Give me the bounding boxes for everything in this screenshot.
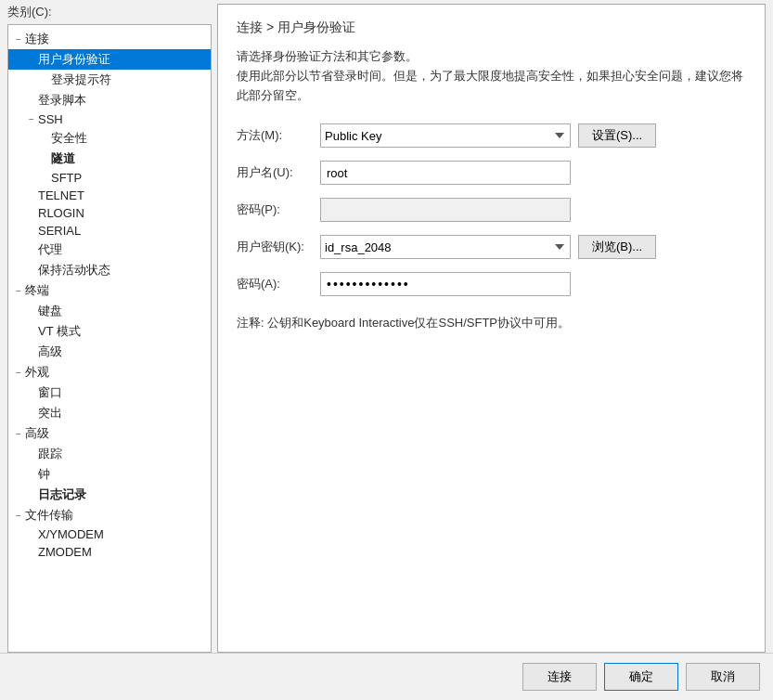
user-key-select[interactable]: id_rsa_2048id_rsaid_dsa <box>320 235 571 259</box>
tree-item-login-prompt[interactable]: 登录提示符 <box>8 70 211 90</box>
tree-expand-icon[interactable]: − <box>12 509 25 522</box>
cancel-button[interactable]: 取消 <box>686 663 760 691</box>
category-label: 类别(C): <box>7 4 212 20</box>
browse-button[interactable]: 浏览(B)... <box>578 235 656 259</box>
tree-item-label: SSH <box>38 112 63 126</box>
tree-item-label: 高级 <box>25 425 49 442</box>
tree-item-label: 登录脚本 <box>38 92 86 109</box>
tree-item-keyboard[interactable]: 键盘 <box>8 301 211 321</box>
tree-item-label: 隧道 <box>51 150 75 167</box>
tree-item-label: 文件传输 <box>25 507 73 524</box>
tree-item-label: 登录提示符 <box>51 71 111 88</box>
tree-expand-spacer <box>25 207 38 220</box>
tree-item-label: SERIAL <box>38 224 81 238</box>
user-key-control-wrap: id_rsa_2048id_rsaid_dsa 浏览(B)... <box>320 235 656 259</box>
tree-item-label: 钟 <box>38 466 50 483</box>
tree-item-zmodem[interactable]: ZMODEM <box>8 543 211 561</box>
method-control-wrap: Public KeyPasswordKeyboard InteractiveGS… <box>320 123 656 148</box>
settings-button[interactable]: 设置(S)... <box>578 123 656 148</box>
tree-item-proxy[interactable]: 代理 <box>8 240 211 260</box>
tree-item-connection[interactable]: −连接 <box>8 29 211 49</box>
tree-expand-spacer <box>25 325 38 338</box>
tree-item-serial[interactable]: SERIAL <box>8 222 211 240</box>
tree-item-telnet[interactable]: TELNET <box>8 187 211 204</box>
tree-expand-spacer <box>25 386 38 399</box>
tree-expand-spacer <box>25 447 38 460</box>
tree-expand-spacer <box>25 264 38 277</box>
tree-item-terminal[interactable]: −终端 <box>8 280 211 301</box>
tree-item-xymodem[interactable]: X/YMODEM <box>8 525 211 543</box>
tree-item-login-script[interactable]: 登录脚本 <box>8 90 211 110</box>
tree-item-advanced2[interactable]: −高级 <box>8 423 211 444</box>
tree-item-sftp[interactable]: SFTP <box>8 169 211 187</box>
connect-button[interactable]: 连接 <box>522 663 597 691</box>
tree-item-label: 终端 <box>25 282 49 299</box>
tree-expand-spacer <box>25 94 38 107</box>
tree-item-label: 突出 <box>38 405 62 421</box>
tree-item-vt-mode[interactable]: VT 模式 <box>8 321 211 342</box>
tree-item-label: 日志记录 <box>38 486 86 503</box>
tree-item-user-auth[interactable]: 用户身份验证 <box>8 49 211 70</box>
user-key-label: 用户密钥(K): <box>237 239 320 255</box>
tree-item-appearance[interactable]: −外观 <box>8 362 211 382</box>
tree-container: −连接用户身份验证登录提示符登录脚本−SSH安全性隧道SFTPTELNETRLO… <box>7 24 212 653</box>
note-text: 注释: 公钥和Keyboard Interactive仅在SSH/SFTP协议中… <box>237 315 746 331</box>
tree-item-bell[interactable]: 钟 <box>8 464 211 485</box>
tree-expand-spacer <box>25 189 38 202</box>
password-input <box>320 198 571 222</box>
tree-item-security[interactable]: 安全性 <box>8 128 211 149</box>
tree-expand-icon[interactable]: − <box>12 32 25 45</box>
tree-expand-icon[interactable]: − <box>25 113 38 126</box>
tree-expand-icon[interactable]: − <box>12 427 25 440</box>
tree-item-tunnel[interactable]: 隧道 <box>8 149 211 169</box>
tree-expand-spacer <box>25 53 38 66</box>
tree-expand-spacer <box>38 172 51 185</box>
ok-button[interactable]: 确定 <box>604 663 678 691</box>
tree-item-log[interactable]: 日志记录 <box>8 485 211 505</box>
tree-item-label: 键盘 <box>38 303 62 319</box>
tree-item-label: X/YMODEM <box>38 527 104 541</box>
passphrase-row: 密码(A): <box>237 272 746 296</box>
tree-item-label: SFTP <box>51 171 82 185</box>
tree-item-label: 跟踪 <box>38 446 62 462</box>
tree-item-ssh[interactable]: −SSH <box>8 110 211 128</box>
tree-item-label: 安全性 <box>51 130 87 147</box>
right-panel: 连接 > 用户身份验证 请选择身份验证方法和其它参数。 使用此部分以节省登录时间… <box>217 4 766 653</box>
method-row: 方法(M): Public KeyPasswordKeyboard Intera… <box>237 123 746 148</box>
form-area: 方法(M): Public KeyPasswordKeyboard Intera… <box>237 123 746 637</box>
tree-expand-spacer <box>25 407 38 420</box>
username-control-wrap <box>320 161 571 185</box>
tree-expand-spacer <box>25 225 38 238</box>
username-input[interactable] <box>320 161 571 185</box>
tree-item-label: 代理 <box>38 241 62 258</box>
tree-item-protrude[interactable]: 突出 <box>8 403 211 423</box>
desc-line2: 使用此部分以节省登录时间。但是，为了最大限度地提高安全性，如果担心安全问题，建议… <box>237 67 746 106</box>
tree-expand-spacer <box>25 345 38 358</box>
passphrase-label: 密码(A): <box>237 276 320 292</box>
passphrase-control-wrap <box>320 272 571 296</box>
passphrase-input[interactable] <box>320 272 571 296</box>
tree-item-advanced[interactable]: 高级 <box>8 342 211 362</box>
tree-expand-spacer <box>25 305 38 318</box>
method-select[interactable]: Public KeyPasswordKeyboard InteractiveGS… <box>320 123 571 148</box>
tree-item-window[interactable]: 窗口 <box>8 382 211 403</box>
breadcrumb: 连接 > 用户身份验证 <box>237 19 746 36</box>
user-key-row: 用户密钥(K): id_rsa_2048id_rsaid_dsa 浏览(B)..… <box>237 235 746 259</box>
username-row: 用户名(U): <box>237 161 746 185</box>
tree-item-label: TELNET <box>38 188 84 202</box>
tree-expand-icon[interactable]: − <box>12 284 25 297</box>
tree-expand-icon[interactable]: − <box>12 366 25 379</box>
tree-expand-spacer <box>38 132 51 145</box>
tree-item-label: RLOGIN <box>38 206 84 220</box>
tree-item-label: 外观 <box>25 364 49 381</box>
tree-item-trace[interactable]: 跟踪 <box>8 444 211 464</box>
description: 请选择身份验证方法和其它参数。 使用此部分以节省登录时间。但是，为了最大限度地提… <box>237 47 746 105</box>
desc-line1: 请选择身份验证方法和其它参数。 <box>237 47 746 67</box>
tree-expand-spacer <box>38 152 51 165</box>
tree-item-keepalive[interactable]: 保持活动状态 <box>8 260 211 280</box>
tree-item-file-transfer[interactable]: −文件传输 <box>8 505 211 525</box>
tree-item-label: 窗口 <box>38 384 62 401</box>
tree-item-label: VT 模式 <box>38 323 81 340</box>
tree-item-label: 用户身份验证 <box>38 51 110 68</box>
tree-item-rlogin[interactable]: RLOGIN <box>8 204 211 222</box>
